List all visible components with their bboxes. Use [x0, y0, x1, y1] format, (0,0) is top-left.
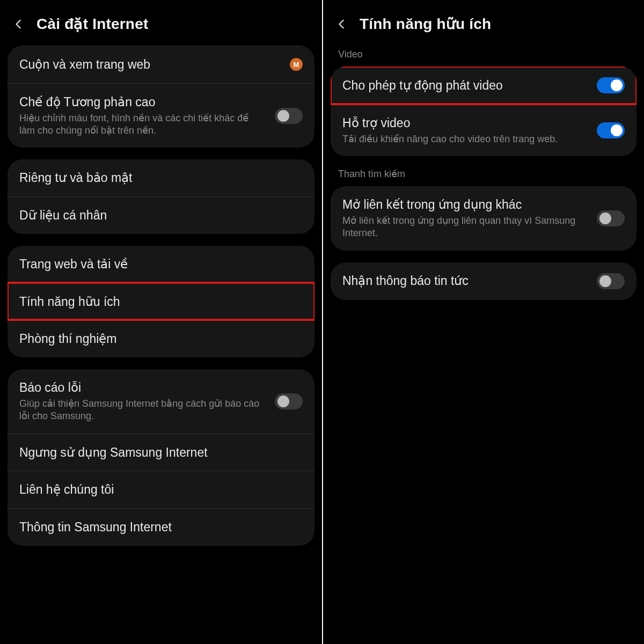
row-privacy-security[interactable]: Riêng tư và bảo mật	[8, 159, 314, 196]
screen-useful-features: Tính năng hữu ích Video Cho phép tự động…	[322, 0, 644, 644]
row-title: Chế độ Tương phản cao	[19, 94, 266, 110]
row-scroll-view-web[interactable]: Cuộn và xem trang web M	[8, 46, 314, 83]
row-title: Nhận thông báo tin tức	[342, 273, 588, 289]
row-sites-downloads[interactable]: Trang web và tải về	[8, 246, 314, 283]
row-error-report[interactable]: Báo cáo lỗi Giúp cải thiện Samsung Inter…	[8, 369, 314, 434]
settings-group-video: Cho phép tự động phát video Hỗ trợ video…	[331, 67, 636, 156]
row-video-assist[interactable]: Hỗ trợ video Tải điều khiển nâng cao cho…	[331, 104, 636, 156]
row-title: Dữ liệu cá nhân	[19, 208, 303, 223]
row-title: Liên hệ chúng tôi	[19, 482, 303, 497]
toggle-high-contrast[interactable]	[275, 108, 303, 124]
settings-group: Trang web và tải về Tính năng hữu ích Ph…	[8, 246, 314, 357]
toggle-video-assist[interactable]	[597, 122, 625, 138]
screen-internet-settings: Cài đặt Internet Cuộn và xem trang web M…	[0, 0, 322, 644]
section-label-video: Video	[323, 49, 644, 67]
row-title: Phòng thí nghiệm	[19, 331, 303, 347]
back-icon[interactable]	[13, 18, 25, 30]
settings-group: Cuộn và xem trang web M Chế độ Tương phả…	[8, 46, 314, 148]
page-title: Cài đặt Internet	[36, 15, 148, 33]
toggle-news-notifications[interactable]	[597, 273, 625, 289]
row-subtitle: Giúp cải thiện Samsung Internet bằng các…	[19, 398, 266, 423]
settings-group: Báo cáo lỗi Giúp cải thiện Samsung Inter…	[8, 369, 314, 546]
row-title: Trang web và tải về	[19, 257, 303, 272]
section-label-searchbar: Thanh tìm kiếm	[323, 168, 644, 186]
row-useful-features[interactable]: Tính năng hữu ích	[8, 283, 314, 320]
row-title: Ngưng sử dụng Samsung Internet	[19, 445, 303, 460]
row-stop-using[interactable]: Ngưng sử dụng Samsung Internet	[8, 434, 314, 471]
toggle-error-report[interactable]	[275, 393, 303, 409]
row-high-contrast[interactable]: Chế độ Tương phản cao Hiệu chỉnh màu fon…	[8, 83, 314, 148]
row-title: Thông tin Samsung Internet	[19, 519, 303, 535]
back-icon[interactable]	[336, 18, 348, 30]
header: Tính năng hữu ích	[323, 0, 644, 46]
row-news-notifications[interactable]: Nhận thông báo tin tức	[331, 262, 636, 300]
row-labs[interactable]: Phòng thí nghiệm	[8, 320, 314, 357]
row-contact-us[interactable]: Liên hệ chúng tôi	[8, 471, 314, 508]
row-title: Hỗ trợ video	[342, 115, 588, 131]
row-title: Cho phép tự động phát video	[342, 78, 588, 93]
row-title: Tính năng hữu ích	[19, 294, 303, 310]
badge-m: M	[290, 58, 303, 71]
row-about[interactable]: Thông tin Samsung Internet	[8, 508, 314, 546]
row-title: Báo cáo lỗi	[19, 380, 266, 396]
page-title: Tính năng hữu ích	[360, 15, 491, 33]
toggle-autoplay-video[interactable]	[597, 77, 625, 93]
header: Cài đặt Internet	[0, 0, 322, 46]
row-subtitle: Hiệu chỉnh màu font, hình nền và các chi…	[19, 112, 266, 137]
settings-group: Riêng tư và bảo mật Dữ liệu cá nhân	[8, 159, 314, 234]
settings-group-searchbar: Mở liên kết trong ứng dụng khác Mở liên …	[331, 186, 636, 251]
row-subtitle: Mở liên kết trong ứng dụng liên quan tha…	[342, 215, 588, 240]
toggle-open-in-other-app[interactable]	[597, 210, 625, 226]
row-title: Riêng tư và bảo mật	[19, 170, 303, 186]
row-title: Mở liên kết trong ứng dụng khác	[342, 197, 588, 213]
row-autoplay-video[interactable]: Cho phép tự động phát video	[331, 67, 636, 104]
row-personal-data[interactable]: Dữ liệu cá nhân	[8, 196, 314, 234]
row-open-in-other-app[interactable]: Mở liên kết trong ứng dụng khác Mở liên …	[331, 186, 636, 251]
settings-group-news: Nhận thông báo tin tức	[331, 262, 636, 300]
row-title: Cuộn và xem trang web	[19, 57, 281, 72]
row-subtitle: Tải điều khiển nâng cao cho video trên t…	[342, 133, 588, 145]
